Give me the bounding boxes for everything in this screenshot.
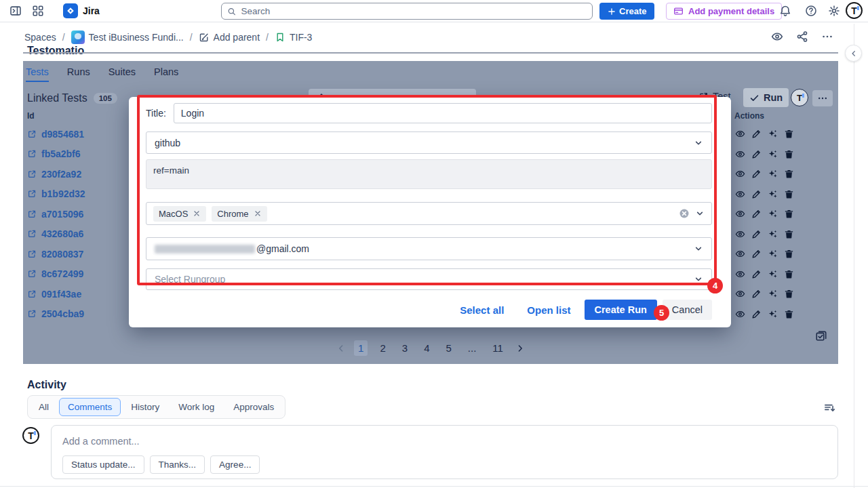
test-id-link[interactable]: 091f43ae [41, 289, 81, 300]
view-eye-icon[interactable] [735, 269, 745, 279]
test-id-link[interactable]: 8c672499 [41, 268, 83, 279]
page-number[interactable]: 5 [441, 340, 455, 356]
test-id-link[interactable]: 2504cba9 [41, 308, 84, 319]
delete-trash-icon[interactable] [784, 309, 794, 319]
assignee-select[interactable]: @gmail.com [146, 237, 712, 260]
delete-trash-icon[interactable] [784, 189, 794, 199]
test-id-link[interactable]: a7015096 [41, 209, 83, 220]
edit-pencil-icon[interactable] [751, 269, 762, 279]
open-list-link[interactable]: Open list [527, 304, 570, 316]
chevron-left-icon[interactable] [336, 344, 346, 353]
breadcrumb-issue[interactable]: TIF-3 [275, 32, 312, 43]
delete-trash-icon[interactable] [784, 209, 794, 219]
edit-pencil-icon[interactable] [751, 149, 762, 159]
search-bar[interactable] [221, 3, 593, 20]
ai-sparkles-icon[interactable] [768, 189, 778, 199]
view-eye-icon[interactable] [735, 189, 745, 199]
ai-sparkles-icon[interactable] [768, 269, 778, 279]
params-textarea[interactable]: ref=main [146, 159, 712, 189]
sidebar-toggle-icon[interactable] [9, 5, 22, 17]
test-id-link[interactable]: d9854681 [41, 129, 84, 140]
cancel-button[interactable]: Cancel [663, 300, 712, 320]
quick-reply-button[interactable]: Thanks... [150, 455, 205, 474]
settings-gear-icon[interactable] [828, 5, 840, 17]
page-number[interactable]: 1 [354, 340, 368, 356]
activity-tab[interactable]: History [122, 398, 168, 416]
test-id-link[interactable]: 432680a6 [41, 228, 83, 239]
quick-reply-button[interactable]: Status update... [62, 455, 144, 474]
ai-sparkles-icon[interactable] [768, 289, 778, 299]
chevron-right-icon[interactable] [515, 344, 525, 353]
test-id-link[interactable]: fb5a2bf6 [41, 148, 81, 159]
view-eye-icon[interactable] [735, 169, 745, 179]
activity-tab[interactable]: Work log [170, 398, 223, 416]
breadcrumb-spaces[interactable]: Spaces [24, 32, 56, 43]
add-payment-details-button[interactable]: Add payment details [666, 3, 782, 20]
add-parent-button[interactable]: Add parent [199, 32, 260, 43]
edit-pencil-icon[interactable] [751, 229, 762, 239]
page-number[interactable]: 3 [398, 340, 412, 356]
create-run-button[interactable]: Create Run [585, 300, 657, 320]
title-input[interactable] [174, 103, 712, 123]
watch-eye-icon[interactable] [771, 30, 783, 43]
app-switcher-icon[interactable] [32, 5, 44, 17]
user-avatar[interactable]: T [846, 2, 863, 19]
quick-reply-button[interactable]: Agree... [210, 455, 260, 474]
view-eye-icon[interactable] [735, 229, 745, 239]
panel-more-button[interactable] [812, 90, 833, 106]
collapse-panel-button[interactable] [845, 45, 862, 62]
clear-all-icon[interactable] [679, 208, 690, 219]
ai-sparkles-icon[interactable] [768, 309, 778, 319]
edit-pencil-icon[interactable] [751, 309, 762, 319]
breadcrumb-space[interactable]: Test iBusiness Fundi... [71, 30, 184, 44]
view-eye-icon[interactable] [735, 289, 745, 299]
ai-sparkles-icon[interactable] [768, 249, 778, 259]
activity-tab[interactable]: Comments [59, 398, 121, 416]
test-id-link[interactable]: b1b92d32 [41, 188, 85, 199]
ai-sparkles-icon[interactable] [768, 169, 778, 179]
env-multiselect[interactable]: MacOS Chrome [146, 202, 712, 225]
more-actions-icon[interactable] [821, 30, 833, 43]
page-number[interactable]: 2 [376, 340, 389, 356]
test-id-link[interactable]: 82080837 [41, 249, 83, 260]
help-icon[interactable] [805, 5, 817, 17]
delete-trash-icon[interactable] [784, 149, 794, 159]
remove-tag-icon[interactable] [254, 209, 262, 218]
edit-pencil-icon[interactable] [751, 209, 762, 219]
page-number[interactable]: 11 [488, 340, 507, 356]
delete-trash-icon[interactable] [784, 129, 794, 139]
view-eye-icon[interactable] [735, 209, 745, 219]
jira-logo-icon[interactable] [63, 3, 78, 18]
page-number[interactable]: 4 [420, 340, 433, 356]
delete-trash-icon[interactable] [784, 249, 794, 259]
ai-sparkles-icon[interactable] [768, 129, 778, 139]
view-eye-icon[interactable] [735, 249, 745, 259]
activity-tab[interactable]: Approvals [224, 398, 283, 416]
panel-tab[interactable]: Suites [108, 66, 136, 82]
panel-tab[interactable]: Runs [67, 66, 90, 82]
delete-trash-icon[interactable] [784, 169, 794, 179]
create-button[interactable]: Create [599, 3, 654, 20]
edit-pencil-icon[interactable] [751, 289, 762, 299]
comment-placeholder[interactable]: Add a comment... [62, 436, 827, 447]
view-eye-icon[interactable] [735, 129, 745, 139]
sort-icon[interactable] [823, 401, 835, 413]
panel-tab[interactable]: Tests [26, 66, 49, 82]
testomatio-logo-badge[interactable]: T [791, 89, 808, 106]
delete-trash-icon[interactable] [784, 289, 794, 299]
page-number[interactable]: ... [464, 340, 481, 356]
run-button[interactable]: Run [743, 88, 789, 107]
rungroup-select[interactable]: Select Rungroup [146, 268, 712, 290]
edit-pencil-icon[interactable] [751, 189, 762, 199]
ai-sparkles-icon[interactable] [768, 209, 778, 219]
delete-trash-icon[interactable] [784, 269, 794, 279]
test-id-link[interactable]: 230f2a92 [41, 169, 81, 180]
repo-select[interactable]: github [146, 131, 712, 154]
view-eye-icon[interactable] [735, 309, 745, 319]
edit-pencil-icon[interactable] [751, 169, 762, 179]
remove-tag-icon[interactable] [193, 209, 201, 218]
comment-box[interactable]: Add a comment... Status update...Thanks.… [51, 425, 838, 479]
ai-sparkles-icon[interactable] [768, 149, 778, 159]
view-eye-icon[interactable] [735, 149, 745, 159]
panel-tab[interactable]: Plans [154, 66, 178, 82]
